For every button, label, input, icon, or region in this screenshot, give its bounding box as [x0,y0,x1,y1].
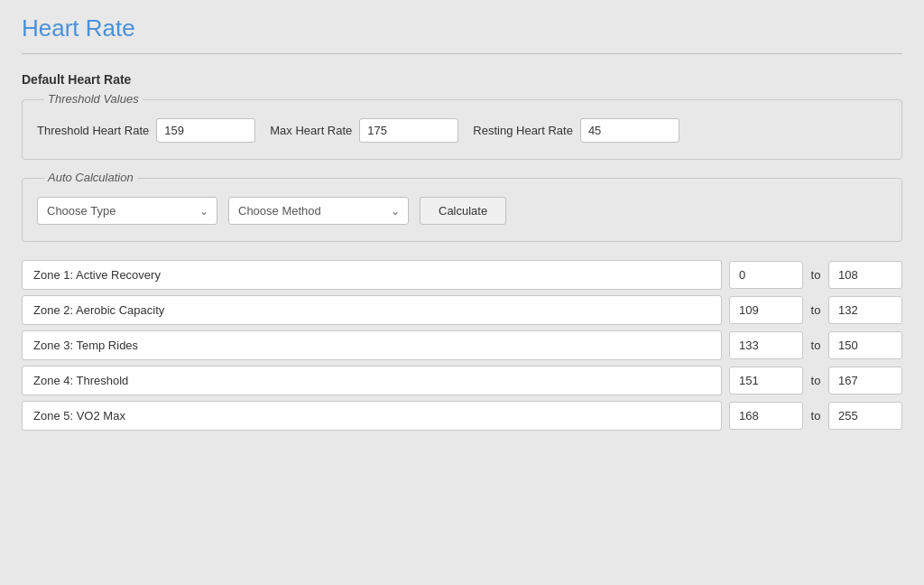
resting-hr-input[interactable] [580,118,679,143]
method-dropdown[interactable]: Choose Method [228,197,409,225]
zone-from-input[interactable] [729,331,803,359]
header-divider [22,53,902,54]
zone-to-input[interactable] [828,367,902,395]
zone-to-input[interactable] [828,261,902,289]
to-label: to [808,374,823,387]
zone-name-cell: Zone 2: Aerobic Capacity [22,295,722,325]
threshold-legend: Threshold Values [44,92,143,106]
zone-row: Zone 5: VO2 Max to [22,401,902,431]
max-hr-input[interactable] [359,118,458,143]
to-label: to [808,268,823,282]
zone-range-group: to [729,261,902,289]
type-dropdown[interactable]: Choose Type [37,197,217,225]
zone-row: Zone 2: Aerobic Capacity to [22,295,902,325]
auto-calc-fieldset: Auto Calculation Choose Type ⌄ Choose Me… [22,178,902,242]
threshold-hr-label: Threshold Heart Rate [37,124,149,137]
zone-to-input[interactable] [828,402,902,430]
zone-range-group: to [729,331,902,359]
type-dropdown-wrapper: Choose Type ⌄ [37,197,217,225]
zone-from-input[interactable] [729,296,803,324]
calculate-button[interactable]: Calculate [420,197,506,225]
zones-section: Zone 1: Active Recovery to Zone 2: Aerob… [22,260,902,431]
auto-calc-row: Choose Type ⌄ Choose Method ⌄ Calculate [37,197,887,225]
section-default-label: Default Heart Rate [22,72,902,87]
threshold-hr-group: Threshold Heart Rate [37,118,255,143]
threshold-row: Threshold Heart Rate Max Heart Rate Rest… [37,118,887,143]
zone-row: Zone 4: Threshold to [22,366,902,395]
zone-name-cell: Zone 1: Active Recovery [22,260,722,290]
page-container: Heart Rate Default Heart Rate Threshold … [0,0,924,585]
to-label: to [808,409,823,422]
threshold-fieldset: Threshold Values Threshold Heart Rate Ma… [22,99,902,160]
method-dropdown-wrapper: Choose Method ⌄ [228,197,409,225]
zone-range-group: to [729,367,902,395]
zone-name-cell: Zone 5: VO2 Max [22,401,722,431]
zone-name-cell: Zone 4: Threshold [22,366,722,395]
zone-to-input[interactable] [828,296,902,324]
zone-range-group: to [729,296,902,324]
auto-calc-legend: Auto Calculation [44,171,137,184]
zone-range-group: to [729,402,902,430]
resting-hr-label: Resting Heart Rate [473,124,573,137]
zone-from-input[interactable] [729,402,803,430]
zone-from-input[interactable] [729,367,803,395]
threshold-hr-input[interactable] [156,118,255,143]
max-hr-group: Max Heart Rate [270,118,458,143]
page-title: Heart Rate [22,14,902,42]
zone-from-input[interactable] [729,261,803,289]
zone-to-input[interactable] [828,331,902,359]
zone-row: Zone 1: Active Recovery to [22,260,902,290]
zone-name-cell: Zone 3: Temp Rides [22,330,722,360]
max-hr-label: Max Heart Rate [270,124,352,137]
to-label: to [808,339,823,352]
resting-hr-group: Resting Heart Rate [473,118,679,143]
to-label: to [808,303,823,317]
zone-row: Zone 3: Temp Rides to [22,330,902,360]
